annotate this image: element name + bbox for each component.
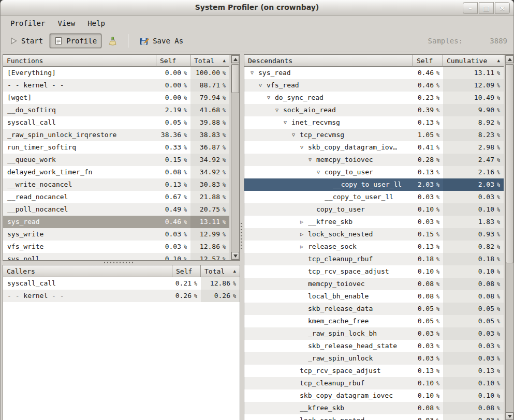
table-row[interactable]: skb_release_data0.05%0.05% xyxy=(244,303,504,315)
percent-value: 0.23 xyxy=(418,92,434,104)
column-header-self[interactable]: Self xyxy=(172,265,201,277)
expander-open-icon[interactable]: ▽ xyxy=(259,79,267,92)
column-header-cumulative[interactable]: Cumulative ▲ xyxy=(443,55,504,67)
expander-open-icon[interactable]: ▽ xyxy=(292,129,300,141)
scroll-down-button[interactable] xyxy=(506,412,513,420)
table-row[interactable]: - - kernel - -0.26%0.26% xyxy=(3,290,240,302)
maximize-button[interactable]: □ xyxy=(479,2,494,14)
table-row[interactable]: skb_release_head_state0.03%0.03% xyxy=(244,340,504,352)
table-row[interactable]: _raw_spin_unlock0.03%0.03% xyxy=(244,352,504,365)
table-row[interactable]: sys_write0.03%12.99% xyxy=(3,228,229,241)
table-row[interactable]: tcp_cleanup_rbuf0.18%0.18% xyxy=(244,253,504,265)
expander-closed-icon[interactable]: ▷ xyxy=(300,228,308,241)
expander-closed-icon[interactable]: ▷ xyxy=(300,216,308,228)
expander-closed-icon[interactable]: ▷ xyxy=(300,241,308,253)
column-header-descendants[interactable]: Descendants xyxy=(244,55,413,67)
percent-sign: % xyxy=(184,154,187,166)
functions-scrollbar[interactable] xyxy=(231,55,240,260)
scroll-up-button[interactable] xyxy=(231,55,239,63)
scroll-down-button[interactable] xyxy=(231,252,239,260)
table-row[interactable]: ▽sock_aio_read0.39%9.90% xyxy=(244,104,504,116)
column-header-self[interactable]: Self xyxy=(156,55,190,67)
table-row[interactable]: ▽do_sync_read0.23%10.49% xyxy=(244,92,504,104)
expander-open-icon[interactable]: ▽ xyxy=(309,154,316,166)
table-row[interactable]: sys_poll0.10%12.57% xyxy=(3,253,229,260)
profile-toggle-button[interactable]: Profile xyxy=(50,34,101,48)
table-row[interactable]: syscall_call0.21%12.86% xyxy=(3,277,240,290)
table-row[interactable]: __do_softirq2.19%41.68% xyxy=(3,104,229,116)
scroll-up-button[interactable] xyxy=(506,55,513,63)
percent-cell: 0.05% xyxy=(156,116,190,129)
table-row[interactable]: copy_to_user0.10%0.10% xyxy=(244,203,504,216)
expander-open-icon[interactable]: ▽ xyxy=(300,141,308,154)
save-as-button[interactable]: Save As xyxy=(135,34,188,49)
menu-profiler[interactable]: Profiler xyxy=(6,18,50,29)
table-row[interactable]: ▽tcp_recvmsg1.05%8.23% xyxy=(244,129,504,141)
table-row[interactable]: __write_nocancel0.13%30.83% xyxy=(3,178,229,191)
vertical-splitter-grip[interactable] xyxy=(241,223,242,250)
expander-open-icon[interactable]: ▽ xyxy=(317,166,325,178)
table-row[interactable]: - - kernel - -0.00%88.71% xyxy=(3,79,229,92)
reset-button[interactable] xyxy=(104,34,122,49)
table-row[interactable]: __poll_nocancel0.49%20.75% xyxy=(3,203,229,216)
table-row[interactable]: tcp_rcv_space_adjust0.10%0.10% xyxy=(244,265,504,278)
function-name-cell: __queue_work xyxy=(3,154,156,166)
table-row[interactable]: ▷release_sock0.13%0.82% xyxy=(244,241,504,253)
table-row[interactable]: ▽inet_recvmsg0.13%8.92% xyxy=(244,116,504,129)
scrollbar-thumb[interactable] xyxy=(231,64,239,93)
table-row[interactable]: ▷lock_sock_nested0.15%0.93% xyxy=(244,228,504,241)
expander-open-icon[interactable]: ▽ xyxy=(267,92,275,104)
percent-cell: 2.03% xyxy=(413,178,443,191)
column-header-callers[interactable]: Callers xyxy=(3,265,172,277)
expander-open-icon[interactable]: ▽ xyxy=(284,116,291,129)
minimize-button[interactable]: – xyxy=(463,2,478,14)
table-row[interactable]: run_timer_softirq0.33%36.87% xyxy=(3,141,229,154)
table-row[interactable]: _raw_spin_unlock_irqrestore38.36%38.83% xyxy=(3,129,229,141)
percent-value: 12.86 xyxy=(210,277,230,290)
table-row[interactable]: skb_copy_datagram_iovec0.10%0.10% xyxy=(244,389,504,402)
column-header-self[interactable]: Self xyxy=(413,55,443,67)
table-row[interactable]: ▽memcpy_toiovec0.28%2.47% xyxy=(244,154,504,166)
table-row[interactable]: memcpy_toiovec0.08%0.08% xyxy=(244,278,504,290)
expander-open-icon[interactable]: ▽ xyxy=(251,67,258,79)
table-row[interactable]: syscall_call0.05%39.88% xyxy=(3,116,229,129)
scrollbar-trough[interactable] xyxy=(231,63,239,252)
horizontal-splitter-grip[interactable] xyxy=(104,262,133,263)
table-row[interactable]: kmem_cache_free0.05%0.05% xyxy=(244,315,504,327)
menu-view[interactable]: View xyxy=(53,18,80,29)
table-row[interactable]: ▽vfs_read0.46%12.09% xyxy=(244,79,504,92)
table-row[interactable]: vfs_write0.03%12.86% xyxy=(3,241,229,253)
descendants-scrollbar[interactable] xyxy=(505,55,514,420)
table-row[interactable]: ▽sys_read0.46%13.11% xyxy=(244,67,504,79)
column-header-total[interactable]: Total ▲ xyxy=(190,55,229,67)
table-row[interactable]: [wget]0.00%79.94% xyxy=(3,92,229,104)
table-row[interactable]: [Everything]0.00%100.00% xyxy=(3,67,229,79)
table-row[interactable]: tcp_rcv_space_adjust0.13%0.13% xyxy=(244,365,504,377)
table-row[interactable]: local_bh_enable0.08%0.08% xyxy=(244,290,504,303)
scrollbar-trough[interactable] xyxy=(506,63,513,412)
table-row[interactable]: ▽copy_to_user0.13%2.16% xyxy=(244,166,504,178)
table-row-selected[interactable]: sys_read0.46%13.11% xyxy=(3,216,229,228)
function-name: tcp_cleanup_rbuf xyxy=(300,377,364,389)
table-row[interactable]: __read_nocancel0.67%21.88% xyxy=(3,191,229,203)
percent-cell: 0.15% xyxy=(156,154,190,166)
table-row[interactable]: delayed_work_timer_fn0.08%34.92% xyxy=(3,166,229,178)
function-name-cell: ▽copy_to_user xyxy=(244,166,413,178)
percent-sign: % xyxy=(233,278,236,290)
start-button[interactable]: Start xyxy=(5,34,48,48)
table-row[interactable]: _raw_spin_lock_bh0.03%0.03% xyxy=(244,327,504,340)
table-row[interactable]: __copy_to_user_ll0.03%0.03% xyxy=(244,191,504,203)
column-header-total[interactable]: Total ▲ xyxy=(201,265,240,277)
close-button[interactable]: × xyxy=(495,2,510,14)
table-row[interactable]: ▽skb_copy_datagram_iov…0.41%2.98% xyxy=(244,141,504,154)
table-row-selected[interactable]: __copy_to_user_ll2.03%2.03% xyxy=(244,178,504,191)
scrollbar-thumb[interactable] xyxy=(506,64,513,263)
table-row[interactable]: ▷__kfree_skb0.03%1.83% xyxy=(244,216,504,228)
table-row[interactable]: __queue_work0.15%34.92% xyxy=(3,154,229,166)
table-row[interactable]: lock_sock_nested0.03%0.03% xyxy=(244,414,504,420)
expander-open-icon[interactable]: ▽ xyxy=(275,104,283,116)
column-header-functions[interactable]: Functions xyxy=(3,55,156,67)
table-row[interactable]: __kfree_skb0.08%0.08% xyxy=(244,402,504,414)
table-row[interactable]: tcp_cleanup_rbuf0.10%0.10% xyxy=(244,377,504,389)
menu-help[interactable]: Help xyxy=(83,18,110,29)
